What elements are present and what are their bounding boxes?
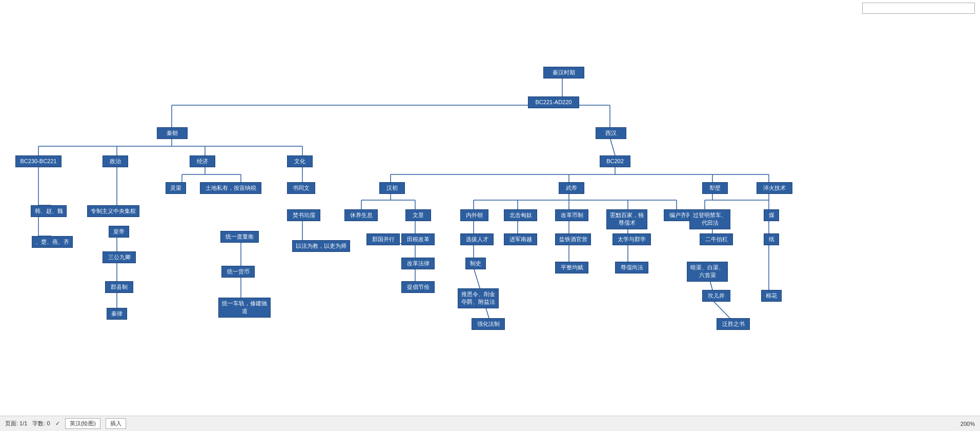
- node-qin[interactable]: 秦朝: [157, 127, 188, 139]
- node-xiuyang[interactable]: 休养生息: [344, 209, 378, 221]
- node-qianjing[interactable]: 坎儿井: [702, 290, 730, 302]
- node-lingqu[interactable]: 灵渠: [166, 182, 186, 194]
- node-tunity-road[interactable]: 统一车轨，修建驰 道: [218, 298, 271, 318]
- svg-line-65: [712, 300, 730, 318]
- node-neiwai[interactable]: 内外朝: [460, 209, 488, 221]
- svg-line-27: [610, 138, 615, 155]
- node-beiji[interactable]: 北击匈奴: [504, 209, 537, 221]
- node-guoda[interactable]: 过登明禁车、 代田法: [689, 209, 730, 229]
- node-timespan[interactable]: BC221-AD220: [528, 96, 579, 108]
- node-jiaqiang[interactable]: 强化法制: [472, 318, 505, 330]
- node-economy[interactable]: 经济: [190, 155, 215, 167]
- zoom-level: 200%: [961, 421, 975, 427]
- node-tuien[interactable]: 推恩令、削金 夺爵、附益法: [458, 288, 499, 308]
- node-pingzheng[interactable]: 平整均赋: [555, 262, 588, 273]
- node-root[interactable]: 秦汉时期: [543, 67, 584, 79]
- node-gai-falv[interactable]: 改革法律: [401, 258, 435, 269]
- node-reform-currency[interactable]: 改革币制: [555, 209, 588, 221]
- node-zhijian[interactable]: 纸: [764, 233, 779, 245]
- node-politics[interactable]: 政治: [103, 155, 128, 167]
- node-taixue[interactable]: 太学与郡学: [612, 233, 651, 245]
- tab-english[interactable]: 英汉(绘图): [65, 418, 100, 429]
- node-tian-reform[interactable]: 田税改革: [401, 233, 435, 245]
- node-fenben[interactable]: 焚书坑儒: [287, 209, 320, 221]
- node-autocracy[interactable]: 专制主义中央集权: [87, 205, 139, 217]
- node-tunity-currency[interactable]: 统一货币: [221, 266, 255, 278]
- node-han-zhao-wei[interactable]: 韩、赵、魏: [31, 205, 67, 217]
- topbar: [862, 3, 975, 14]
- node-han-bc202[interactable]: BC202: [600, 155, 630, 167]
- node-wenjing[interactable]: 文景: [405, 209, 431, 221]
- node-junxian-bingxing[interactable]: 郡国并行: [366, 233, 400, 245]
- main-canvas: 秦汉时期 BC221-AD220 秦朝 西汉 BC230-BC221 政治 经济…: [0, 0, 980, 416]
- node-han-chu[interactable]: 汉初: [379, 182, 405, 194]
- node-san-jiu[interactable]: 三公九卿: [103, 251, 136, 263]
- node-land-tax[interactable]: 土地私有，按亩纳税: [200, 182, 261, 194]
- word-count: 字数: 0: [32, 420, 50, 427]
- node-mianhua[interactable]: 棉花: [761, 290, 782, 302]
- node-zhibi[interactable]: 犁壁: [702, 182, 728, 194]
- node-erni[interactable]: 二牛抬杠: [700, 233, 733, 245]
- node-chu-yan[interactable]: 、楚、燕、齐: [32, 236, 73, 248]
- node-shutongwen[interactable]: 书同文: [287, 182, 315, 194]
- node-culture[interactable]: 文化: [287, 155, 313, 167]
- node-zhuhuo[interactable]: 淬火技术: [757, 182, 792, 194]
- node-zun-ru[interactable]: 尊儒尚法: [615, 262, 648, 273]
- node-coal[interactable]: 煤: [764, 209, 779, 221]
- node-xuanze[interactable]: 选拔人才: [460, 233, 494, 245]
- connector-lines: [0, 0, 980, 416]
- node-jinjun[interactable]: 进军南越: [504, 233, 537, 245]
- node-jun-xian[interactable]: 郡县制: [105, 281, 133, 293]
- node-yantiemu[interactable]: 盐铁酒官营: [555, 233, 591, 245]
- node-chibai[interactable]: 罢黜百家，独 尊儒术: [606, 209, 647, 229]
- node-qin-time[interactable]: BC230-BC221: [15, 155, 62, 167]
- node-emperor[interactable]: 皇帝: [109, 226, 129, 238]
- node-tunity-measure[interactable]: 统一度量衡: [220, 231, 259, 243]
- check-mark: ✓: [55, 420, 60, 427]
- statusbar: 页面: 1/1 字数: 0 ✓ 英汉(绘图) 插入 200%: [0, 416, 980, 431]
- node-wudi[interactable]: 武帝: [559, 182, 584, 194]
- node-fansheng[interactable]: 泛胜之书: [717, 318, 750, 330]
- tab-insert[interactable]: 插入: [106, 418, 126, 429]
- node-tidi[interactable]: 提倡节俭: [401, 281, 435, 293]
- page-info: 页面: 1/1: [5, 420, 27, 427]
- node-yifa[interactable]: 以法为教，以吏为师: [292, 240, 350, 252]
- node-puju[interactable]: 暗渠、白渠、 六首渠: [687, 262, 728, 282]
- node-zhishi[interactable]: 制史: [465, 258, 486, 269]
- node-han-west[interactable]: 西汉: [596, 127, 626, 139]
- node-qin-law[interactable]: 秦律: [107, 308, 127, 320]
